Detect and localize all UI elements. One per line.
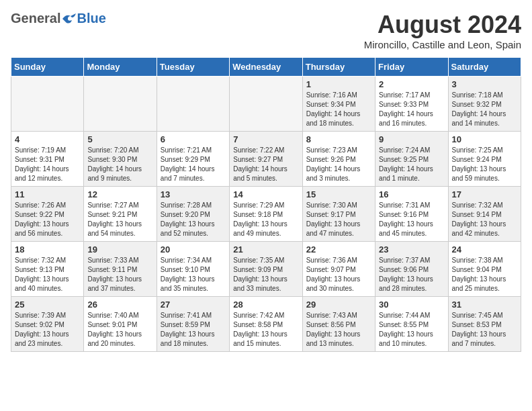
day-number: 15 bbox=[306, 189, 371, 199]
calendar-cell: 14Sunrise: 7:29 AM Sunset: 9:18 PM Dayli… bbox=[230, 187, 302, 242]
day-header-saturday: Saturday bbox=[448, 58, 521, 77]
day-detail: Sunrise: 7:17 AM Sunset: 9:33 PM Dayligh… bbox=[379, 91, 433, 127]
day-detail: Sunrise: 7:16 AM Sunset: 9:34 PM Dayligh… bbox=[306, 91, 361, 127]
day-number: 23 bbox=[379, 244, 444, 255]
calendar-week-1: 1Sunrise: 7:16 AM Sunset: 9:34 PM Daylig… bbox=[11, 77, 521, 132]
day-detail: Sunrise: 7:32 AM Sunset: 9:14 PM Dayligh… bbox=[452, 201, 506, 237]
day-header-tuesday: Tuesday bbox=[157, 58, 229, 77]
day-number: 30 bbox=[379, 300, 444, 310]
day-number: 9 bbox=[379, 134, 444, 144]
day-detail: Sunrise: 7:33 AM Sunset: 9:11 PM Dayligh… bbox=[87, 257, 142, 292]
calendar-cell: 23Sunrise: 7:37 AM Sunset: 9:06 PM Dayli… bbox=[375, 242, 448, 297]
day-number: 17 bbox=[452, 189, 517, 199]
logo-bird-icon bbox=[61, 13, 76, 24]
day-number: 31 bbox=[452, 300, 517, 310]
day-header-friday: Friday bbox=[375, 58, 448, 77]
day-header-thursday: Thursday bbox=[302, 58, 375, 77]
day-detail: Sunrise: 7:39 AM Sunset: 9:02 PM Dayligh… bbox=[15, 312, 69, 347]
calendar-cell: 9Sunrise: 7:24 AM Sunset: 9:25 PM Daylig… bbox=[375, 132, 448, 187]
day-detail: Sunrise: 7:21 AM Sunset: 9:29 PM Dayligh… bbox=[161, 146, 215, 182]
calendar-week-3: 11Sunrise: 7:26 AM Sunset: 9:22 PM Dayli… bbox=[11, 187, 521, 242]
day-detail: Sunrise: 7:40 AM Sunset: 9:01 PM Dayligh… bbox=[87, 312, 142, 347]
calendar-cell: 31Sunrise: 7:45 AM Sunset: 8:53 PM Dayli… bbox=[448, 297, 521, 352]
day-detail: Sunrise: 7:36 AM Sunset: 9:07 PM Dayligh… bbox=[306, 257, 361, 292]
day-number: 12 bbox=[87, 189, 152, 199]
calendar-cell: 12Sunrise: 7:27 AM Sunset: 9:21 PM Dayli… bbox=[84, 187, 157, 242]
day-detail: Sunrise: 7:37 AM Sunset: 9:06 PM Dayligh… bbox=[379, 257, 433, 292]
day-number: 18 bbox=[15, 244, 80, 255]
day-number: 16 bbox=[379, 189, 444, 199]
day-detail: Sunrise: 7:29 AM Sunset: 9:18 PM Dayligh… bbox=[233, 201, 287, 237]
calendar-cell bbox=[84, 77, 157, 132]
calendar-week-5: 25Sunrise: 7:39 AM Sunset: 9:02 PM Dayli… bbox=[11, 297, 521, 352]
day-header-sunday: Sunday bbox=[11, 58, 84, 77]
calendar-cell: 18Sunrise: 7:32 AM Sunset: 9:13 PM Dayli… bbox=[11, 242, 84, 297]
calendar-cell: 10Sunrise: 7:25 AM Sunset: 9:24 PM Dayli… bbox=[448, 132, 521, 187]
header: General Blue August 2024 Mironcillo, Cas… bbox=[11, 11, 521, 50]
calendar-cell: 29Sunrise: 7:43 AM Sunset: 8:56 PM Dayli… bbox=[302, 297, 375, 352]
calendar-cell: 4Sunrise: 7:19 AM Sunset: 9:31 PM Daylig… bbox=[11, 132, 84, 187]
day-detail: Sunrise: 7:26 AM Sunset: 9:22 PM Dayligh… bbox=[15, 201, 69, 237]
day-number: 5 bbox=[87, 134, 152, 144]
day-detail: Sunrise: 7:31 AM Sunset: 9:16 PM Dayligh… bbox=[379, 201, 433, 237]
day-detail: Sunrise: 7:23 AM Sunset: 9:26 PM Dayligh… bbox=[306, 146, 361, 182]
day-number: 2 bbox=[379, 79, 444, 89]
calendar-cell: 30Sunrise: 7:44 AM Sunset: 8:55 PM Dayli… bbox=[375, 297, 448, 352]
calendar-cell: 15Sunrise: 7:30 AM Sunset: 9:17 PM Dayli… bbox=[302, 187, 375, 242]
calendar-cell bbox=[157, 77, 229, 132]
calendar-week-2: 4Sunrise: 7:19 AM Sunset: 9:31 PM Daylig… bbox=[11, 132, 521, 187]
calendar-table: SundayMondayTuesdayWednesdayThursdayFrid… bbox=[11, 57, 521, 352]
calendar-cell: 17Sunrise: 7:32 AM Sunset: 9:14 PM Dayli… bbox=[448, 187, 521, 242]
calendar-cell: 5Sunrise: 7:20 AM Sunset: 9:30 PM Daylig… bbox=[84, 132, 157, 187]
calendar-cell bbox=[230, 77, 302, 132]
calendar-cell: 22Sunrise: 7:36 AM Sunset: 9:07 PM Dayli… bbox=[302, 242, 375, 297]
calendar-cell: 26Sunrise: 7:40 AM Sunset: 9:01 PM Dayli… bbox=[84, 297, 157, 352]
calendar-cell: 3Sunrise: 7:18 AM Sunset: 9:32 PM Daylig… bbox=[448, 77, 521, 132]
day-number: 3 bbox=[452, 79, 517, 89]
day-detail: Sunrise: 7:45 AM Sunset: 8:53 PM Dayligh… bbox=[452, 312, 506, 347]
calendar-cell bbox=[11, 77, 84, 132]
day-detail: Sunrise: 7:25 AM Sunset: 9:24 PM Dayligh… bbox=[452, 146, 506, 182]
day-number: 13 bbox=[161, 189, 226, 199]
day-number: 8 bbox=[306, 134, 371, 144]
day-number: 4 bbox=[15, 134, 80, 144]
day-number: 26 bbox=[87, 300, 152, 310]
calendar-title: August 2024 bbox=[364, 11, 521, 39]
day-number: 1 bbox=[306, 79, 371, 89]
day-number: 27 bbox=[161, 300, 226, 310]
day-number: 20 bbox=[161, 244, 226, 255]
calendar-cell: 25Sunrise: 7:39 AM Sunset: 9:02 PM Dayli… bbox=[11, 297, 84, 352]
day-number: 19 bbox=[87, 244, 152, 255]
day-number: 28 bbox=[233, 300, 298, 310]
day-detail: Sunrise: 7:18 AM Sunset: 9:32 PM Dayligh… bbox=[452, 91, 506, 127]
calendar-cell: 21Sunrise: 7:35 AM Sunset: 9:09 PM Dayli… bbox=[230, 242, 302, 297]
day-header-wednesday: Wednesday bbox=[230, 58, 302, 77]
day-number: 10 bbox=[452, 134, 517, 144]
day-detail: Sunrise: 7:41 AM Sunset: 8:59 PM Dayligh… bbox=[161, 312, 215, 347]
day-number: 21 bbox=[233, 244, 298, 255]
calendar-subtitle: Mironcillo, Castille and Leon, Spain bbox=[364, 39, 521, 50]
day-detail: Sunrise: 7:22 AM Sunset: 9:27 PM Dayligh… bbox=[233, 146, 287, 182]
day-number: 14 bbox=[233, 189, 298, 199]
day-detail: Sunrise: 7:32 AM Sunset: 9:13 PM Dayligh… bbox=[15, 257, 69, 292]
calendar-cell: 28Sunrise: 7:42 AM Sunset: 8:58 PM Dayli… bbox=[230, 297, 302, 352]
day-detail: Sunrise: 7:42 AM Sunset: 8:58 PM Dayligh… bbox=[233, 312, 287, 347]
day-detail: Sunrise: 7:24 AM Sunset: 9:25 PM Dayligh… bbox=[379, 146, 433, 182]
day-detail: Sunrise: 7:44 AM Sunset: 8:55 PM Dayligh… bbox=[379, 312, 433, 347]
calendar-cell: 20Sunrise: 7:34 AM Sunset: 9:10 PM Dayli… bbox=[157, 242, 229, 297]
calendar-cell: 6Sunrise: 7:21 AM Sunset: 9:29 PM Daylig… bbox=[157, 132, 229, 187]
day-detail: Sunrise: 7:34 AM Sunset: 9:10 PM Dayligh… bbox=[161, 257, 215, 292]
calendar-cell: 27Sunrise: 7:41 AM Sunset: 8:59 PM Dayli… bbox=[157, 297, 229, 352]
calendar-week-4: 18Sunrise: 7:32 AM Sunset: 9:13 PM Dayli… bbox=[11, 242, 521, 297]
day-number: 6 bbox=[161, 134, 226, 144]
logo-blue: Blue bbox=[77, 11, 105, 26]
title-area: August 2024 Mironcillo, Castille and Leo… bbox=[364, 11, 521, 50]
calendar-cell: 11Sunrise: 7:26 AM Sunset: 9:22 PM Dayli… bbox=[11, 187, 84, 242]
day-number: 24 bbox=[452, 244, 517, 255]
day-detail: Sunrise: 7:43 AM Sunset: 8:56 PM Dayligh… bbox=[306, 312, 361, 347]
calendar-cell: 7Sunrise: 7:22 AM Sunset: 9:27 PM Daylig… bbox=[230, 132, 302, 187]
calendar-cell: 16Sunrise: 7:31 AM Sunset: 9:16 PM Dayli… bbox=[375, 187, 448, 242]
logo-general: General bbox=[11, 11, 60, 26]
calendar-cell: 19Sunrise: 7:33 AM Sunset: 9:11 PM Dayli… bbox=[84, 242, 157, 297]
day-number: 22 bbox=[306, 244, 371, 255]
